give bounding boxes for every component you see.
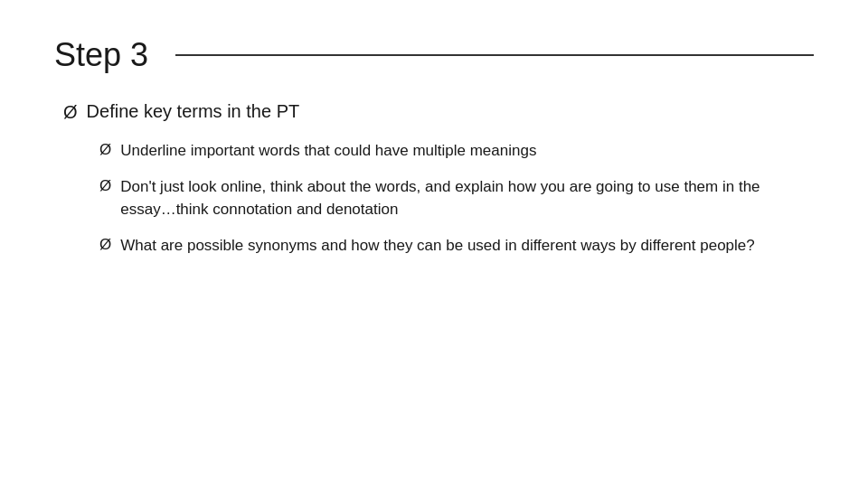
sub-bullet-3-marker: Ø	[99, 236, 111, 254]
sub-bullet-2-marker: Ø	[99, 177, 111, 195]
content-area: Ø Define key terms in the PT Ø Underline…	[54, 101, 814, 257]
sub-bullet-3-text: What are possible synonyms and how they …	[120, 234, 755, 258]
slide: Step 3 Ø Define key terms in the PT Ø Un…	[0, 0, 868, 488]
title-divider	[175, 54, 814, 56]
sub-bullet-2: Ø Don't just look online, think about th…	[63, 175, 814, 221]
sub-bullets-container: Ø Underline important words that could h…	[63, 139, 814, 257]
header-row: Step 3	[54, 36, 814, 74]
bullet-l1-marker: Ø	[63, 102, 78, 123]
sub-bullet-1-text: Underline important words that could hav…	[120, 139, 536, 163]
sub-bullet-3: Ø What are possible synonyms and how the…	[63, 234, 814, 258]
sub-bullet-1: Ø Underline important words that could h…	[63, 139, 814, 163]
slide-title: Step 3	[54, 36, 148, 74]
bullet-l1-item: Ø Define key terms in the PT	[63, 101, 814, 123]
sub-bullet-1-marker: Ø	[99, 141, 111, 159]
sub-bullet-2-text: Don't just look online, think about the …	[120, 175, 814, 221]
bullet-l1-text: Define key terms in the PT	[87, 101, 300, 122]
